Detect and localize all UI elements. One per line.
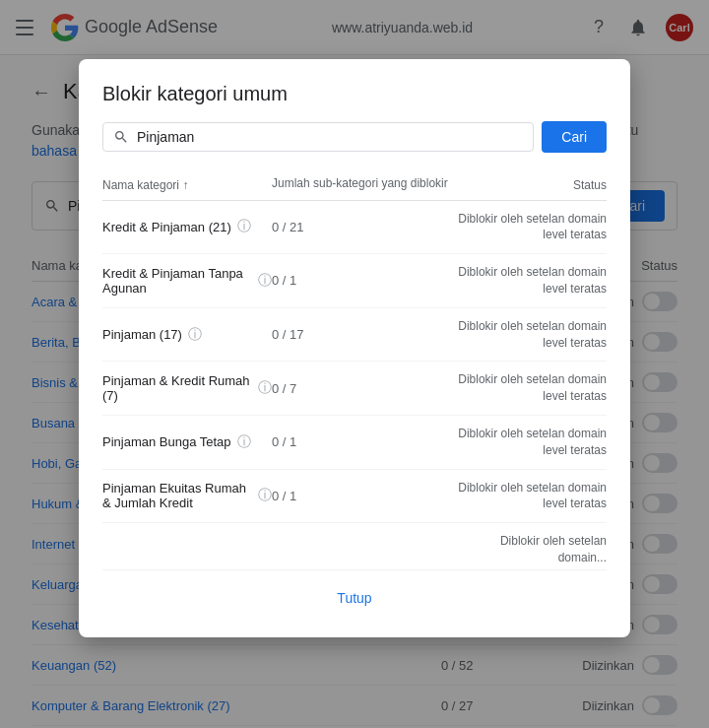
modal-overlay: Blokir kategori umum Cari Nama kategori … bbox=[0, 0, 709, 728]
modal-table-row: Pinjaman Bunga Tetap ⓘ 0 / 1 Diblokir ol… bbox=[102, 416, 607, 470]
modal-table-row: Kredit & Pinjaman (21) ⓘ 0 / 21 Diblokir… bbox=[102, 201, 607, 255]
modal-table-row: Pinjaman Ekuitas Rumah & Jumlah Kredit ⓘ… bbox=[102, 470, 607, 524]
modal-title: Blokir kategori umum bbox=[102, 83, 607, 105]
modal-col-status-header: Status bbox=[449, 178, 607, 192]
info-icon[interactable]: ⓘ bbox=[237, 218, 251, 235]
modal-dialog: Blokir kategori umum Cari Nama kategori … bbox=[79, 59, 630, 637]
modal-col-name-header: Nama kategori ↑ bbox=[102, 178, 272, 192]
info-icon[interactable]: ⓘ bbox=[258, 487, 272, 504]
close-button[interactable]: Tutup bbox=[321, 582, 387, 614]
modal-table-header: Nama kategori ↑ Jumlah sub-kategori yang… bbox=[102, 168, 607, 201]
modal-table-body: Kredit & Pinjaman (21) ⓘ 0 / 21 Diblokir… bbox=[102, 201, 607, 571]
modal-table-row: Pinjaman (17) ⓘ 0 / 17 Diblokir oleh set… bbox=[102, 308, 607, 363]
modal-search-input[interactable] bbox=[137, 129, 523, 145]
info-icon[interactable]: ⓘ bbox=[237, 433, 251, 451]
modal-search-button[interactable]: Cari bbox=[542, 121, 607, 153]
modal-search-row: Cari bbox=[102, 121, 607, 153]
sort-icon[interactable]: ↑ bbox=[182, 178, 188, 192]
modal-table-row: Pinjaman & Kredit Rumah (7) ⓘ 0 / 7 Dibl… bbox=[102, 362, 607, 416]
info-icon[interactable]: ⓘ bbox=[258, 272, 272, 290]
modal-table-row: Kredit & Pinjaman Tanpa Agunan ⓘ 0 / 1 D… bbox=[102, 254, 607, 308]
info-icon[interactable]: ⓘ bbox=[188, 326, 202, 344]
modal-table-row: Diblokir oleh setelan domain... bbox=[102, 523, 607, 570]
info-icon[interactable]: ⓘ bbox=[258, 379, 272, 397]
modal-col-count-header: Jumlah sub-kategori yang diblokir bbox=[272, 176, 449, 192]
modal-search-icon bbox=[113, 129, 129, 145]
modal-footer: Tutup bbox=[102, 570, 607, 614]
